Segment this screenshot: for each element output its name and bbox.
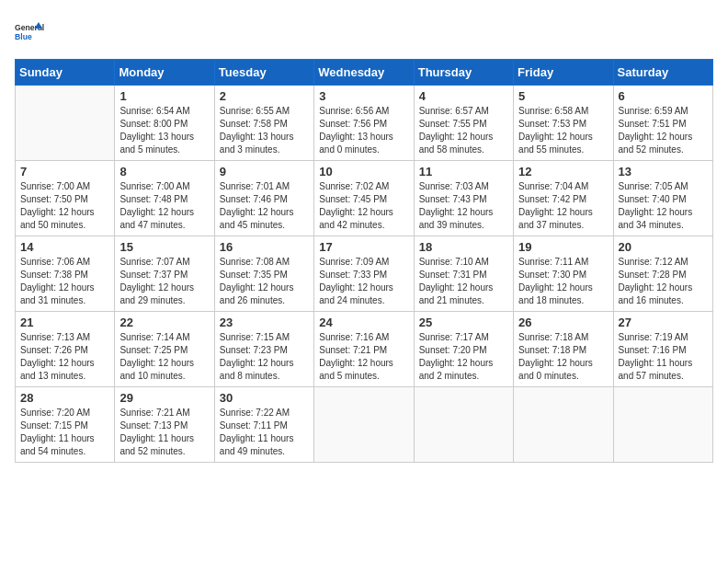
weekday-header-row: SundayMondayTuesdayWednesdayThursdayFrid… xyxy=(16,60,713,86)
calendar-cell: 6Sunrise: 6:59 AMSunset: 7:51 PMDaylight… xyxy=(613,86,712,161)
day-info: Sunrise: 7:00 AMSunset: 7:50 PMDaylight:… xyxy=(20,180,109,232)
calendar-cell: 14Sunrise: 7:06 AMSunset: 7:38 PMDayligh… xyxy=(16,236,115,312)
day-number: 25 xyxy=(419,316,508,329)
day-info: Sunrise: 7:03 AMSunset: 7:43 PMDaylight:… xyxy=(419,180,508,232)
day-info: Sunrise: 7:16 AMSunset: 7:21 PMDaylight:… xyxy=(319,331,408,383)
day-number: 10 xyxy=(319,165,408,178)
calendar-cell: 22Sunrise: 7:14 AMSunset: 7:25 PMDayligh… xyxy=(115,312,214,387)
day-info: Sunrise: 7:20 AMSunset: 7:15 PMDaylight:… xyxy=(20,407,109,458)
calendar-cell xyxy=(16,86,115,161)
calendar-cell: 10Sunrise: 7:02 AMSunset: 7:45 PMDayligh… xyxy=(314,161,414,236)
calendar-week-row: 21Sunrise: 7:13 AMSunset: 7:26 PMDayligh… xyxy=(16,312,713,387)
calendar-cell: 19Sunrise: 7:11 AMSunset: 7:30 PMDayligh… xyxy=(514,236,613,312)
weekday-header: Tuesday xyxy=(214,60,313,86)
calendar-cell: 23Sunrise: 7:15 AMSunset: 7:23 PMDayligh… xyxy=(214,312,313,387)
day-number: 23 xyxy=(220,316,309,329)
day-number: 22 xyxy=(119,316,209,329)
day-number: 4 xyxy=(419,89,508,103)
calendar-cell: 13Sunrise: 7:05 AMSunset: 7:40 PMDayligh… xyxy=(613,161,712,236)
day-number: 9 xyxy=(220,165,309,178)
calendar-cell: 7Sunrise: 7:00 AMSunset: 7:50 PMDaylight… xyxy=(16,161,115,236)
weekday-header: Thursday xyxy=(414,60,513,86)
day-number: 20 xyxy=(619,240,708,254)
calendar-cell: 30Sunrise: 7:22 AMSunset: 7:11 PMDayligh… xyxy=(214,387,313,463)
calendar-cell: 25Sunrise: 7:17 AMSunset: 7:20 PMDayligh… xyxy=(414,312,513,387)
day-number: 19 xyxy=(518,240,608,254)
page-header: General Blue xyxy=(15,15,713,48)
day-number: 11 xyxy=(419,165,508,178)
calendar-cell xyxy=(514,387,613,463)
day-number: 13 xyxy=(619,165,708,178)
day-info: Sunrise: 7:01 AMSunset: 7:46 PMDaylight:… xyxy=(220,180,309,232)
calendar-week-row: 1Sunrise: 6:54 AMSunset: 8:00 PMDaylight… xyxy=(16,86,713,161)
weekday-header: Wednesday xyxy=(314,60,414,86)
day-number: 24 xyxy=(319,316,408,329)
calendar-cell: 11Sunrise: 7:03 AMSunset: 7:43 PMDayligh… xyxy=(414,161,513,236)
day-info: Sunrise: 7:21 AMSunset: 7:13 PMDaylight:… xyxy=(119,407,209,458)
day-number: 3 xyxy=(319,89,408,103)
day-info: Sunrise: 7:19 AMSunset: 7:16 PMDaylight:… xyxy=(619,331,708,383)
day-number: 27 xyxy=(619,316,708,329)
day-info: Sunrise: 6:54 AMSunset: 8:00 PMDaylight:… xyxy=(119,105,209,156)
day-number: 2 xyxy=(220,89,309,103)
day-number: 15 xyxy=(119,240,209,254)
calendar-week-row: 28Sunrise: 7:20 AMSunset: 7:15 PMDayligh… xyxy=(16,387,713,463)
day-info: Sunrise: 7:15 AMSunset: 7:23 PMDaylight:… xyxy=(220,331,309,383)
day-info: Sunrise: 7:09 AMSunset: 7:33 PMDaylight:… xyxy=(319,256,408,307)
day-info: Sunrise: 6:57 AMSunset: 7:55 PMDaylight:… xyxy=(419,105,508,156)
calendar-cell: 16Sunrise: 7:08 AMSunset: 7:35 PMDayligh… xyxy=(214,236,313,312)
day-info: Sunrise: 7:02 AMSunset: 7:45 PMDaylight:… xyxy=(319,180,408,232)
day-info: Sunrise: 7:00 AMSunset: 7:48 PMDaylight:… xyxy=(119,180,209,232)
calendar-cell: 15Sunrise: 7:07 AMSunset: 7:37 PMDayligh… xyxy=(115,236,214,312)
calendar-cell: 3Sunrise: 6:56 AMSunset: 7:56 PMDaylight… xyxy=(314,86,414,161)
calendar-cell: 17Sunrise: 7:09 AMSunset: 7:33 PMDayligh… xyxy=(314,236,414,312)
calendar-cell xyxy=(414,387,513,463)
day-number: 12 xyxy=(518,165,608,178)
logo: General Blue xyxy=(15,15,48,48)
day-info: Sunrise: 6:55 AMSunset: 7:58 PMDaylight:… xyxy=(220,105,309,156)
day-number: 17 xyxy=(319,240,408,254)
day-info: Sunrise: 7:10 AMSunset: 7:31 PMDaylight:… xyxy=(419,256,508,307)
day-number: 6 xyxy=(619,89,708,103)
day-info: Sunrise: 7:11 AMSunset: 7:30 PMDaylight:… xyxy=(518,256,608,307)
calendar-cell: 12Sunrise: 7:04 AMSunset: 7:42 PMDayligh… xyxy=(514,161,613,236)
calendar-cell: 29Sunrise: 7:21 AMSunset: 7:13 PMDayligh… xyxy=(115,387,214,463)
calendar-cell: 21Sunrise: 7:13 AMSunset: 7:26 PMDayligh… xyxy=(16,312,115,387)
day-info: Sunrise: 7:04 AMSunset: 7:42 PMDaylight:… xyxy=(518,180,608,232)
calendar-table: SundayMondayTuesdayWednesdayThursdayFrid… xyxy=(15,59,713,463)
calendar-cell: 24Sunrise: 7:16 AMSunset: 7:21 PMDayligh… xyxy=(314,312,414,387)
calendar-cell: 5Sunrise: 6:58 AMSunset: 7:53 PMDaylight… xyxy=(514,86,613,161)
calendar-cell xyxy=(613,387,712,463)
day-info: Sunrise: 7:05 AMSunset: 7:40 PMDaylight:… xyxy=(619,180,708,232)
weekday-header: Monday xyxy=(115,60,214,86)
calendar-cell: 1Sunrise: 6:54 AMSunset: 8:00 PMDaylight… xyxy=(115,86,214,161)
calendar-cell: 18Sunrise: 7:10 AMSunset: 7:31 PMDayligh… xyxy=(414,236,513,312)
day-number: 14 xyxy=(20,240,109,254)
logo-icon: General Blue xyxy=(15,15,48,48)
day-number: 29 xyxy=(119,391,209,405)
day-info: Sunrise: 6:58 AMSunset: 7:53 PMDaylight:… xyxy=(518,105,608,156)
day-info: Sunrise: 7:14 AMSunset: 7:25 PMDaylight:… xyxy=(119,331,209,383)
calendar-cell xyxy=(314,387,414,463)
weekday-header: Saturday xyxy=(613,60,712,86)
weekday-header: Friday xyxy=(514,60,613,86)
calendar-cell: 20Sunrise: 7:12 AMSunset: 7:28 PMDayligh… xyxy=(613,236,712,312)
calendar-cell: 27Sunrise: 7:19 AMSunset: 7:16 PMDayligh… xyxy=(613,312,712,387)
calendar-week-row: 7Sunrise: 7:00 AMSunset: 7:50 PMDaylight… xyxy=(16,161,713,236)
day-number: 8 xyxy=(119,165,209,178)
day-number: 28 xyxy=(20,391,109,405)
day-info: Sunrise: 7:12 AMSunset: 7:28 PMDaylight:… xyxy=(619,256,708,307)
day-number: 16 xyxy=(220,240,309,254)
day-info: Sunrise: 6:56 AMSunset: 7:56 PMDaylight:… xyxy=(319,105,408,156)
day-number: 1 xyxy=(119,89,209,103)
day-number: 18 xyxy=(419,240,508,254)
day-info: Sunrise: 6:59 AMSunset: 7:51 PMDaylight:… xyxy=(619,105,708,156)
day-info: Sunrise: 7:22 AMSunset: 7:11 PMDaylight:… xyxy=(220,407,309,458)
calendar-week-row: 14Sunrise: 7:06 AMSunset: 7:38 PMDayligh… xyxy=(16,236,713,312)
day-info: Sunrise: 7:07 AMSunset: 7:37 PMDaylight:… xyxy=(119,256,209,307)
calendar-cell: 4Sunrise: 6:57 AMSunset: 7:55 PMDaylight… xyxy=(414,86,513,161)
day-number: 21 xyxy=(20,316,109,329)
weekday-header: Sunday xyxy=(16,60,115,86)
day-info: Sunrise: 7:06 AMSunset: 7:38 PMDaylight:… xyxy=(20,256,109,307)
day-info: Sunrise: 7:17 AMSunset: 7:20 PMDaylight:… xyxy=(419,331,508,383)
